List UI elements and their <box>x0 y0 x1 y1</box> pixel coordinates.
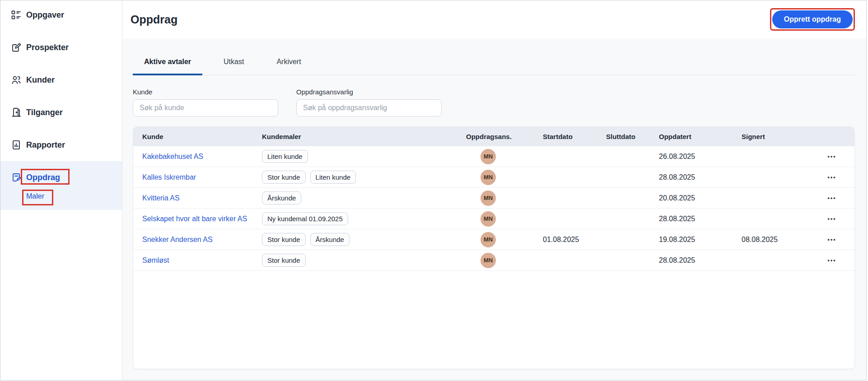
signert-cell: 08.08.2025 <box>742 236 809 244</box>
sidebar-item-label: Rapporter <box>26 140 65 150</box>
row-menu-icon[interactable]: ••• <box>826 150 838 163</box>
row-menu-icon[interactable]: ••• <box>826 171 838 183</box>
assignment-edit-icon <box>11 172 22 183</box>
kundemal-badge: Liten kunde <box>310 171 356 184</box>
tab-utkast[interactable]: Utkast <box>212 58 255 75</box>
sidebar-subitem-maler[interactable]: Maler <box>0 187 122 205</box>
sidebar-item-rapporter[interactable]: Rapporter <box>0 135 122 155</box>
column-header-signert: Signert <box>742 133 809 140</box>
users-icon <box>11 74 22 85</box>
kundemal-badge: Liten kunde <box>262 150 308 163</box>
customer-link[interactable]: Sømløst <box>142 256 169 264</box>
edit-document-icon <box>11 42 22 53</box>
column-header-sluttdato: Sluttdato <box>606 133 659 140</box>
tab-arkivert[interactable]: Arkivert <box>265 58 312 75</box>
row-menu-icon[interactable]: ••• <box>826 213 838 225</box>
sidebar-item-label: Oppdrag <box>26 173 60 182</box>
column-header-oppdatert: Oppdatert <box>659 133 742 140</box>
avatar[interactable]: MN <box>481 149 496 164</box>
kundemal-badge: Ny kundemal 01.09.2025 <box>262 212 348 225</box>
page-title: Oppdrag <box>131 13 177 26</box>
tab-bar: Aktive avtaler Utkast Arkivert <box>133 38 855 75</box>
kundemal-badge: Stor kunde <box>262 171 306 184</box>
oppdatert-cell: 28.08.2025 <box>659 215 742 223</box>
avatar[interactable]: MN <box>481 253 496 268</box>
sidebar-subitem-label: Maler <box>26 192 44 200</box>
oppdatert-cell: 19.08.2025 <box>659 236 742 244</box>
oppdatert-cell: 28.08.2025 <box>659 173 742 181</box>
filter-oppdragsansvarlig: Oppdragsansvarlig <box>296 88 442 116</box>
oppdatert-cell: 28.08.2025 <box>659 256 742 265</box>
oppdrag-table-card: Kunde Kundemaler Oppdragsans. Startdato … <box>133 126 855 369</box>
column-header-kunde: Kunde <box>133 133 262 140</box>
tasks-icon <box>11 9 22 20</box>
app-window: Oppgaver Prospekter Kunder <box>0 0 867 381</box>
sidebar-item-oppgaver[interactable]: Oppgaver <box>0 5 122 25</box>
sidebar-item-kunder[interactable]: Kunder <box>0 70 122 90</box>
page-header: Oppdrag Opprett oppdrag <box>122 0 866 38</box>
sidebar: Oppgaver Prospekter Kunder <box>0 0 122 380</box>
oppdragsansvarlig-search-input[interactable] <box>296 99 442 116</box>
kundemal-badges: Stor kundeLiten kunde <box>262 171 466 184</box>
table-header-row: Kunde Kundemaler Oppdragsans. Startdato … <box>133 127 854 146</box>
row-menu-icon[interactable]: ••• <box>826 233 838 246</box>
sidebar-item-tilganger[interactable]: Tilganger <box>0 102 122 122</box>
column-header-kundemaler: Kundemaler <box>262 133 466 140</box>
table-row: Kalles Iskrembar Stor kundeLiten kunde M… <box>133 167 854 188</box>
sidebar-active-section: Oppdrag Maler <box>0 161 122 210</box>
sidebar-item-label: Oppgaver <box>26 10 64 20</box>
column-header-startdato: Startdato <box>543 133 606 140</box>
startdato-cell: 01.08.2025 <box>543 236 606 244</box>
avatar[interactable]: MN <box>481 232 496 247</box>
annotation-box-create-button: Opprett oppdrag <box>770 8 855 31</box>
table-row: Kvitteria AS Årskunde MN 20.08.2025 ••• <box>133 188 854 209</box>
table-row: Snekker Andersen AS Stor kundeÅrskunde M… <box>133 229 854 250</box>
table-row: Selskapet hvor alt bare virker AS Ny kun… <box>133 209 854 229</box>
table-row: Kakebakehuset AS Liten kunde MN 26.08.20… <box>133 146 854 167</box>
customer-link[interactable]: Kvitteria AS <box>142 194 180 202</box>
report-chart-icon <box>11 139 22 150</box>
sidebar-item-prospekter[interactable]: Prospekter <box>0 37 122 57</box>
avatar[interactable]: MN <box>481 211 496 227</box>
oppdatert-cell: 20.08.2025 <box>659 194 742 202</box>
row-menu-icon[interactable]: ••• <box>826 254 838 266</box>
kundemal-badges: Stor kunde <box>262 254 466 267</box>
kundemal-badge: Årskunde <box>262 191 301 204</box>
kundemal-badges: Liten kunde <box>262 150 466 163</box>
sidebar-item-label: Tilganger <box>26 108 63 117</box>
kunde-search-input[interactable] <box>133 99 278 116</box>
sidebar-item-label: Prospekter <box>26 43 69 52</box>
customer-link[interactable]: Snekker Andersen AS <box>142 236 213 243</box>
customer-link[interactable]: Selskapet hvor alt bare virker AS <box>142 215 247 223</box>
kundemal-badge: Årskunde <box>310 233 350 246</box>
avatar[interactable]: MN <box>481 170 496 185</box>
kundemal-badge: Stor kunde <box>262 254 306 267</box>
main-area: Oppdrag Opprett oppdrag Aktive avtaler U… <box>122 0 866 380</box>
content-area: Aktive avtaler Utkast Arkivert Kunde Opp… <box>122 38 866 380</box>
kundemal-badges: Årskunde <box>262 191 466 204</box>
kundemal-badge: Stor kunde <box>262 233 306 246</box>
table-body: Kakebakehuset AS Liten kunde MN 26.08.20… <box>133 146 854 271</box>
filter-ansvarlig-label: Oppdragsansvarlig <box>296 88 442 96</box>
customer-link[interactable]: Kakebakehuset AS <box>142 153 203 160</box>
filter-kunde-label: Kunde <box>133 88 278 96</box>
avatar[interactable]: MN <box>481 190 496 206</box>
create-oppdrag-button[interactable]: Opprett oppdrag <box>772 10 853 28</box>
sidebar-item-oppdrag[interactable]: Oppdrag <box>0 167 122 187</box>
kundemal-badges: Stor kundeÅrskunde <box>262 233 466 246</box>
filter-bar: Kunde Oppdragsansvarlig <box>133 88 855 116</box>
column-header-oppdragsans: Oppdragsans. <box>466 133 543 140</box>
kundemal-badges: Ny kundemal 01.09.2025 <box>262 212 466 225</box>
filter-kunde: Kunde <box>133 88 278 116</box>
oppdatert-cell: 26.08.2025 <box>659 153 742 161</box>
row-menu-icon[interactable]: ••• <box>826 192 838 204</box>
sidebar-item-label: Kunder <box>26 75 55 85</box>
customer-link[interactable]: Kalles Iskrembar <box>142 173 196 181</box>
tab-aktive-avtaler[interactable]: Aktive avtaler <box>133 58 202 75</box>
door-icon <box>11 107 22 118</box>
table-row: Sømløst Stor kunde MN 28.08.2025 ••• <box>133 250 854 271</box>
